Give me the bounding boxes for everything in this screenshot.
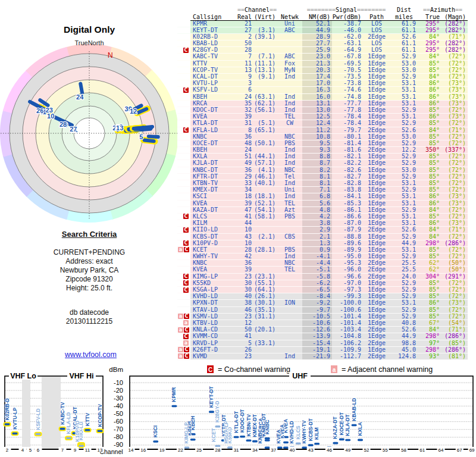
db-datecode: db datecode 201301112215 [24,308,155,326]
adjacent-channel-warning-icon: a [178,327,183,333]
channel-tick-label: 2 [6,447,9,453]
bar-callsign-label: KXLA [357,422,363,436]
channel-tick-label: 9 [74,447,77,453]
channel-tick-label: 4 [21,447,24,453]
adjacent-channel-warning-icon: a [178,353,183,359]
co-channel-warning-icon: C [183,274,189,279]
vhf-hi-label: VHF Hi [70,372,94,380]
channel-number-label: 23 [46,107,53,114]
channel-tick-label: 16 [140,447,146,453]
signal-bar [265,437,270,440]
bar-callsign-label: KTLA-DT [233,411,239,433]
bar-callsign-label: KVEA [275,430,281,444]
co-channel-warning-icon: C [184,327,189,333]
spectrum-gap-band [42,377,61,449]
signal-bar [227,447,233,449]
co-channel-warning-icon: C [183,240,189,246]
signal-bar [283,442,289,444]
channel-tick-label: 55 [383,447,388,453]
bar-callsign-label: KLCS [295,425,301,439]
co-channel-warning-icon: C [183,48,189,53]
station-marker [145,140,154,141]
signal-bar [234,436,239,439]
bar-callsign-label: KCBS-DT [308,418,314,441]
true-north-label: TrueNorth [74,39,104,46]
adjacent-channel-warning-icon: a [178,247,183,252]
bar-callsign-label: K10PV-D [74,421,80,442]
signal-bar [66,437,71,439]
channel-tick-label: 58 [401,447,406,453]
co-channel-warning-icon: C [183,227,189,233]
criteria-city: Newbury Park, CA [24,266,155,275]
bar-callsign-label: KIMG-LP [183,422,189,443]
north-compass-letter: N [108,51,113,60]
signal-bar [339,439,345,441]
table-row: KSCI 18 (18.1) Ind 6.8 -84.1 1Edge 53.1 … [177,193,468,200]
channel-tick-label: 64 [439,447,444,453]
bar-callsign-label: K02RB-D [4,398,10,420]
signal-bar [153,440,158,443]
bar-callsign-label: KPMR [171,387,177,402]
table-row: KCBS-DT 43 (2.1) CBS 2.1 -88.8 1Edge 52.… [177,234,468,240]
criteria-mode: CURRENT+PENDING [24,248,155,257]
bar-callsign-label: KOCE-DT [339,412,345,436]
adjacent-channel-warning-icon: a [178,314,183,319]
db-datecode-value: 201301112215 [24,317,155,326]
bars-svg: C = Co-channel warning a = Adjacent chan… [0,363,476,457]
dbm-tick-label: -80 [114,433,123,440]
table-row: C KFLA-LD 8 (65.1) 11.2 -79.7 2Edge 52.6… [177,127,468,134]
channel-tick-label: 28 [215,447,220,453]
bar-callsign-label: KVHD-LD [289,421,295,443]
signal-bar [190,439,196,441]
channel-tick-label: 6 [37,447,40,453]
bar-callsign-label: KFLA-LD [65,412,71,434]
adjacent-legend-text: = Adjacent channel warning [342,365,433,374]
signal-bar [79,445,84,447]
co-channel-warning-icon: C [184,247,189,252]
channel-number-label: 10 [47,112,54,120]
db-datecode-label: db datecode [24,308,155,317]
bar-callsign-label: KDOC-DT [239,409,245,433]
channel-tick-label: 25 [196,447,202,453]
co-channel-legend-text: = Co-channel warning [218,365,290,374]
signal-bar [171,405,177,408]
channel-tick-label: 52 [364,447,369,453]
co-channel-warning-icon: C [183,287,189,293]
station-marker [80,84,82,93]
signal-bar [314,443,320,445]
signal-bar [12,433,18,435]
table-row: KPXN-DT 38 (30.1) ION -9.2 -100.0 1Edge … [177,300,468,306]
bar-callsign-label: KEYT-DT [208,386,214,408]
channel-tick-label: 5 [29,447,32,453]
channel-tick-label: 37 [271,447,276,453]
tvfool-link[interactable]: www.tvfool.com [65,350,117,359]
signal-bar [184,447,189,449]
bar-callsign-label: KSGA-LP [223,421,229,444]
table-row: C KVMM-CD 41 -13.9 -104.8 1Edge 44.9 298… [177,333,468,340]
signal-bar [308,444,314,446]
co-channel-warning-icon: C [183,87,189,93]
channel-tick-label: 31 [234,447,239,453]
adjacent-channel-warning-icon: a [183,340,189,346]
dbm-tick-label: -60 [114,418,123,425]
station-table: ==Channel== ========Signal======== Dist … [177,7,468,360]
site-link-wrap: www.tvfool.com [0,350,181,359]
search-criteria: Search Criteria CURRENT+PENDING Address:… [24,230,155,326]
bar-callsign-label: KWHY-TV [301,420,307,444]
co-channel-warning-icon: C [183,334,189,339]
search-criteria-heading: Search Criteria [24,230,155,239]
channel-number-label: 27 [70,126,77,133]
signal-bar [277,447,283,449]
signal-strength-chart: C = Co-channel warning a = Adjacent chan… [0,363,476,457]
dbm-axis-label: dBm [109,366,123,373]
bar-callsign-label: KNBC [257,429,263,444]
bar-callsign-label: KBAB-LD [351,398,357,421]
signal-bar [246,440,252,442]
co-channel-legend-letter: C [208,367,212,373]
table-column-header: CallsignReal(Virt) NetwkNM(dB)Pwr(dBm) P… [177,14,468,21]
co-channel-warning-icon: C [184,353,189,359]
channel-number-label: 24 [76,93,84,101]
co-channel-warning-icon: C [183,214,189,219]
signal-bar [98,430,103,432]
bar-callsign-label: KCOP-TV [97,404,103,427]
